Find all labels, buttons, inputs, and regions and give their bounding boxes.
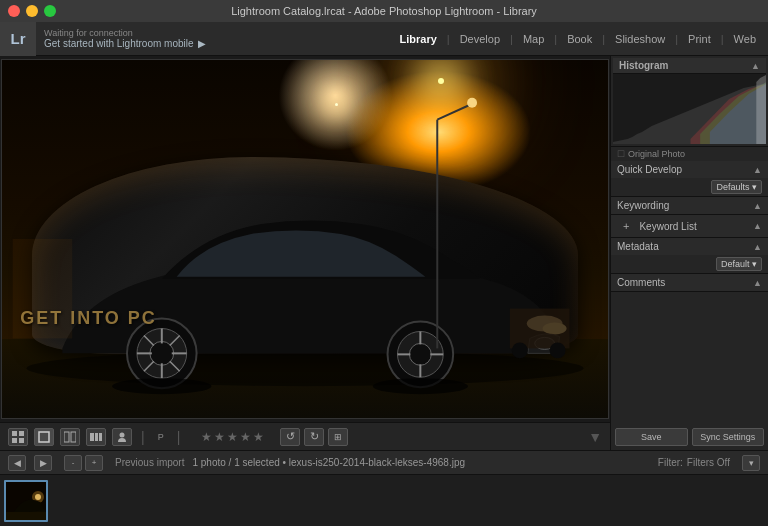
svg-rect-36 <box>64 432 69 442</box>
main-photo: GET INTO PC <box>1 59 609 419</box>
histogram-header[interactable]: Histogram ▲ <box>613 58 766 74</box>
tab-develop[interactable]: Develop <box>452 29 508 49</box>
svg-line-29 <box>437 105 470 120</box>
photo-container: GET INTO PC <box>0 56 610 422</box>
window-title: Lightroom Catalog.lrcat - Adobe Photosho… <box>231 5 537 17</box>
title-bar: Lightroom Catalog.lrcat - Adobe Photosho… <box>0 0 768 22</box>
keywording-label: Keywording <box>617 200 669 211</box>
rotate-right-button[interactable]: ↻ <box>304 428 324 446</box>
svg-rect-33 <box>12 438 17 443</box>
grid-view-button[interactable] <box>8 428 28 446</box>
status-text: 1 photo / 1 selected • lexus-is250-2014-… <box>192 457 649 468</box>
filmstrip-thumb-1[interactable] <box>4 480 48 522</box>
star-rating[interactable]: ★ ★ ★ ★ ★ <box>201 430 264 444</box>
import-label: Previous import <box>115 457 184 468</box>
rotate-left-button[interactable]: ↺ <box>280 428 300 446</box>
save-button[interactable]: Save <box>615 428 688 446</box>
keyword-plus-button[interactable]: + <box>617 218 635 234</box>
survey-view-button[interactable] <box>86 428 106 446</box>
svg-point-26 <box>512 342 528 358</box>
preset-dropdown[interactable]: Defaults ▾ <box>711 180 762 194</box>
quick-develop-preset-row: Defaults ▾ <box>611 178 768 196</box>
svg-rect-32 <box>19 431 24 436</box>
svg-point-41 <box>120 432 125 437</box>
svg-rect-34 <box>19 438 24 443</box>
metadata-chevron: ▲ <box>753 242 762 252</box>
center-area: GET INTO PC | P | ★ <box>0 56 610 450</box>
quick-develop-section: Quick Develop ▲ Defaults ▾ <box>611 161 768 197</box>
nav-tabs: Library | Develop | Map | Book | Slidesh… <box>392 29 768 49</box>
original-photo-label: ☐ Original Photo <box>611 147 768 161</box>
histogram-chevron: ▲ <box>751 61 760 71</box>
filter-area: Filter: Filters Off <box>658 457 730 468</box>
main-layout: GET INTO PC | P | ★ <box>0 56 768 450</box>
next-nav-button[interactable]: ▶ <box>34 455 52 471</box>
keywording-header[interactable]: Keywording ▲ <box>611 197 768 214</box>
metadata-dropdown[interactable]: Default ▾ <box>716 257 762 271</box>
grid-larger-button[interactable]: + <box>85 455 103 471</box>
keywording-chevron: ▲ <box>753 201 762 211</box>
filter-toggle-button[interactable]: ▾ <box>742 455 760 471</box>
svg-point-30 <box>467 98 477 108</box>
status-bar: ◀ ▶ - + Previous import 1 photo / 1 sele… <box>0 450 768 474</box>
comments-label: Comments <box>617 277 665 288</box>
svg-rect-38 <box>90 433 94 441</box>
previous-nav-button[interactable]: ◀ <box>8 455 26 471</box>
tab-map[interactable]: Map <box>515 29 552 49</box>
right-panel: Histogram ▲ <box>610 56 768 450</box>
histogram-label: Histogram <box>619 60 668 71</box>
toolbar-right-icons: ↺ ↻ ⊞ <box>280 428 348 446</box>
filter-label: Filter: <box>658 457 683 468</box>
maximize-button[interactable] <box>44 5 56 17</box>
svg-point-22 <box>112 378 211 394</box>
keywording-section: Keywording ▲ <box>611 197 768 215</box>
top-bar: Lr Waiting for connection Get started wi… <box>0 22 768 56</box>
svg-rect-35 <box>39 432 49 442</box>
svg-rect-39 <box>95 433 98 441</box>
keyword-list-header[interactable]: + Keyword List ▲ <box>611 215 768 237</box>
keyword-list-label: Keyword List <box>639 221 696 232</box>
svg-rect-37 <box>71 432 76 442</box>
filmstrip <box>0 474 768 526</box>
car-image: GET INTO PC <box>2 60 608 418</box>
svg-rect-31 <box>12 431 17 436</box>
tab-library[interactable]: Library <box>392 29 445 49</box>
svg-point-0 <box>27 350 584 386</box>
zoom-button[interactable]: ⊞ <box>328 428 348 446</box>
connection-info: Waiting for connection Get started with … <box>36 28 392 49</box>
svg-point-27 <box>550 342 566 358</box>
connection-action[interactable]: Get started with Lightroom mobile ▶ <box>44 38 392 49</box>
comments-section: Comments ▲ <box>611 274 768 292</box>
lr-logo: Lr <box>0 22 36 56</box>
histogram-canvas <box>613 74 766 144</box>
tab-book[interactable]: Book <box>559 29 600 49</box>
svg-rect-46 <box>6 512 48 522</box>
photo-toolbar: | P | ★ ★ ★ ★ ★ ↺ ↻ ⊞ ▼ <box>0 422 610 450</box>
loupe-view-button[interactable] <box>34 428 54 446</box>
tab-slideshow[interactable]: Slideshow <box>607 29 673 49</box>
comments-chevron: ▲ <box>753 278 762 288</box>
comments-header[interactable]: Comments ▲ <box>611 274 768 291</box>
toolbar-scroll: ▼ <box>588 429 602 445</box>
people-view-button[interactable] <box>112 428 132 446</box>
svg-point-17 <box>409 343 431 365</box>
tab-web[interactable]: Web <box>726 29 764 49</box>
quick-develop-label: Quick Develop <box>617 164 682 175</box>
metadata-label: Metadata <box>617 241 659 252</box>
filter-value: Filters Off <box>687 457 730 468</box>
compare-view-button[interactable] <box>60 428 80 446</box>
histogram-svg <box>613 74 766 144</box>
tab-print[interactable]: Print <box>680 29 719 49</box>
sort-label: P <box>154 432 168 442</box>
quick-develop-header[interactable]: Quick Develop ▲ <box>611 161 768 178</box>
grid-smaller-button[interactable]: - <box>64 455 82 471</box>
car-svg <box>2 60 608 418</box>
metadata-header[interactable]: Metadata ▲ <box>611 238 768 255</box>
quick-develop-chevron: ▲ <box>753 165 762 175</box>
close-button[interactable] <box>8 5 20 17</box>
right-panel-buttons: Save Sync Settings <box>611 424 768 450</box>
minimize-button[interactable] <box>26 5 38 17</box>
keyword-list-chevron: ▲ <box>753 221 762 231</box>
svg-rect-25 <box>510 309 570 349</box>
sync-settings-button[interactable]: Sync Settings <box>692 428 765 446</box>
